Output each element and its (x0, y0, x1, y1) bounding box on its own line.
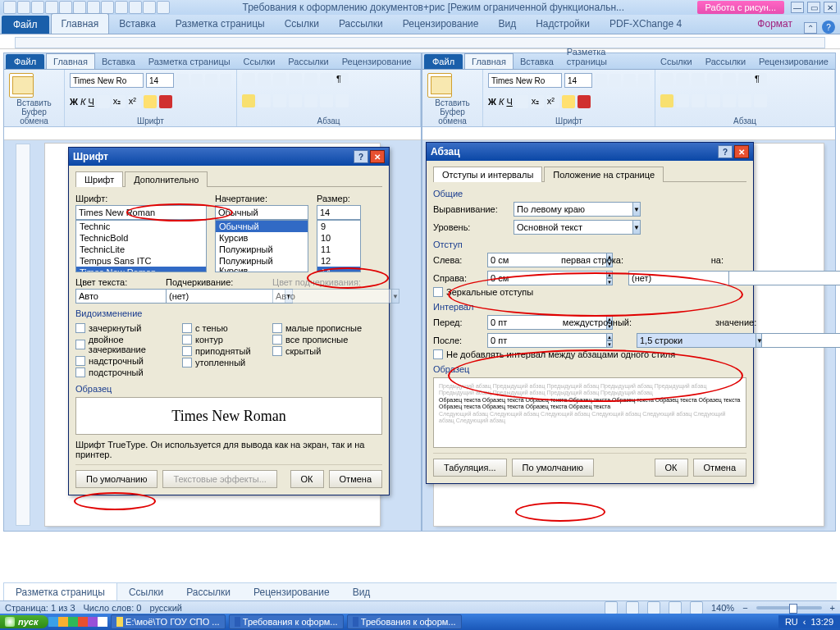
open-icon[interactable] (45, 1, 58, 14)
inner-tab-review[interactable]: Рецензирование (242, 583, 341, 601)
status-page[interactable]: Страница: 1 из 3 (5, 603, 75, 613)
underline-combo[interactable]: ▼ (166, 289, 264, 304)
quicklaunch-icon[interactable] (98, 617, 107, 627)
chk-strike[interactable]: зачеркнутый (75, 323, 182, 333)
tab-format[interactable]: Формат (747, 14, 802, 34)
dialog-help-icon[interactable]: ? (354, 150, 368, 163)
para-dialog-titlebar[interactable]: Абзац ? ✕ (427, 143, 753, 161)
tab-review[interactable]: Рецензирование (393, 14, 489, 34)
view-web-icon[interactable] (647, 601, 660, 614)
spellcheck-icon[interactable] (101, 1, 114, 14)
font-cancel-button[interactable]: Отмена (329, 470, 382, 488)
redo-icon[interactable] (129, 1, 142, 14)
alignment-combo[interactable]: ▼ (514, 202, 612, 217)
picture-tools-tab[interactable]: Работа с рисун... (697, 1, 784, 14)
close-button[interactable]: ✕ (824, 2, 837, 13)
file-tab[interactable]: Файл (2, 16, 49, 34)
linespacing-combo[interactable]: ▼ (637, 333, 710, 348)
style-listbox[interactable]: Обычный Курсив Полужирный Полужирный Кур… (215, 220, 308, 272)
tab-insert[interactable]: Вставка (109, 14, 166, 34)
tab-references[interactable]: Ссылки (275, 14, 329, 34)
dialog-close-icon[interactable]: ✕ (370, 150, 385, 163)
chk-shadow[interactable]: с тенью (182, 323, 272, 333)
font-ok-button[interactable]: ОК (290, 470, 324, 488)
font-default-button[interactable]: По умолчанию (75, 470, 158, 488)
chk-mirror-indents[interactable]: Зеркальные отступы (433, 287, 746, 297)
save-icon[interactable] (17, 1, 30, 14)
font-input[interactable] (75, 205, 207, 220)
font-dialog-titlebar[interactable]: Шрифт ? ✕ (69, 148, 389, 166)
quicklaunch-icon[interactable] (78, 617, 88, 627)
new-icon[interactable] (31, 1, 44, 14)
tab-pagelayout[interactable]: Разметка страницы (166, 14, 275, 34)
inner-tab-refs[interactable]: Ссылки (117, 583, 175, 601)
dialog-help-icon[interactable]: ? (718, 145, 733, 158)
para-cancel-button[interactable]: Отмена (693, 459, 746, 477)
undo-icon[interactable] (115, 1, 128, 14)
view-draft-icon[interactable] (690, 601, 703, 614)
tray-clock[interactable]: 13:29 (810, 617, 833, 627)
minimize-button[interactable]: — (791, 2, 804, 13)
before-spinner[interactable]: ▲▼ (487, 315, 545, 330)
chk-allcaps[interactable]: все прописные (272, 335, 371, 345)
tab-home[interactable]: Главная (51, 13, 110, 34)
outline-combo[interactable]: ▼ (514, 220, 612, 235)
status-words[interactable]: Число слов: 0 (84, 603, 142, 613)
para-ok-button[interactable]: ОК (655, 459, 688, 477)
inner-tab-mail[interactable]: Рассылки (175, 583, 242, 601)
preview-icon[interactable] (59, 1, 72, 14)
quicklaunch-icon[interactable] (88, 617, 98, 627)
chk-dstrike[interactable]: двойное зачеркивание (75, 335, 182, 354)
size-listbox[interactable]: 9 10 11 12 14 (317, 220, 361, 272)
help-icon[interactable]: ? (822, 21, 835, 34)
taskbar-item-word1[interactable]: Требования к оформ... (229, 614, 344, 629)
taskbar-item-word2[interactable]: Требования к оформ... (347, 614, 462, 629)
table-icon[interactable] (143, 1, 156, 14)
tab-view[interactable]: Вид (488, 14, 526, 34)
chk-super[interactable]: надстрочный (75, 356, 182, 366)
font-dlg-tab-adv[interactable]: Дополнительно (125, 171, 208, 187)
after-spinner[interactable]: ▲▼ (487, 333, 545, 348)
font-dlg-tab-font[interactable]: Шрифт (75, 171, 123, 187)
firstline-by-spinner[interactable]: ▲▼ (728, 271, 761, 285)
tray-chevron-icon[interactable]: ‹ (803, 617, 806, 627)
chk-noadd-spacing[interactable]: Не добавлять интервал между абзацами одн… (433, 349, 746, 359)
chk-emboss[interactable]: приподнятый (182, 346, 272, 356)
chk-hidden[interactable]: скрытый (272, 346, 371, 356)
style-input[interactable] (215, 205, 308, 220)
inner-tab-layout[interactable]: Разметка страницы (3, 582, 117, 601)
view-read-icon[interactable] (626, 601, 639, 614)
quicklaunch-icon[interactable] (58, 617, 68, 627)
restore-button[interactable]: ▭ (807, 2, 820, 13)
tab-pdfxchange[interactable]: PDF-XChange 4 (600, 14, 692, 34)
view-outline-icon[interactable] (669, 601, 682, 614)
ribbon-minimize-icon[interactable]: ⌃ (804, 22, 817, 34)
font-color-combo[interactable]: ▼ (75, 289, 158, 304)
chk-sub[interactable]: подстрочный (75, 368, 182, 377)
zoom-slider[interactable] (756, 606, 822, 609)
para-tab-indents[interactable]: Отступы и интервалы (433, 167, 542, 182)
linespacing-at-spinner[interactable]: ▲▼ (761, 333, 794, 348)
firstline-combo[interactable]: ▼ (628, 271, 694, 285)
indent-left-spinner[interactable]: ▲▼ (487, 253, 545, 267)
quicklaunch-icon[interactable] (68, 617, 78, 627)
indent-right-spinner[interactable]: ▲▼ (487, 271, 545, 285)
quickprint-icon[interactable] (87, 1, 100, 14)
font-listbox[interactable]: Technic TechnicBold TechnicLite Tempus S… (75, 220, 207, 272)
dialog-close-icon[interactable]: ✕ (734, 145, 749, 158)
start-button[interactable]: пуск (0, 615, 48, 628)
inner-tab-view[interactable]: Вид (341, 583, 382, 601)
tab-mailings[interactable]: Рассылки (329, 14, 393, 34)
chk-outline[interactable]: контур (182, 335, 272, 345)
chk-engrave[interactable]: утопленный (182, 358, 272, 368)
system-tray[interactable]: RU ‹ 13:29 (778, 615, 840, 628)
zoom-value[interactable]: 140% (711, 603, 734, 613)
chk-smallcaps[interactable]: малые прописные (272, 323, 371, 333)
view-print-icon[interactable] (605, 601, 618, 614)
para-default-button[interactable]: По умолчанию (512, 459, 594, 477)
status-lang[interactable]: русский (149, 603, 181, 613)
tabs-button[interactable]: Табуляция... (433, 459, 507, 477)
para-tab-position[interactable]: Положение на странице (544, 167, 664, 182)
tab-addins[interactable]: Надстройки (526, 14, 600, 34)
size-input[interactable] (317, 205, 361, 220)
